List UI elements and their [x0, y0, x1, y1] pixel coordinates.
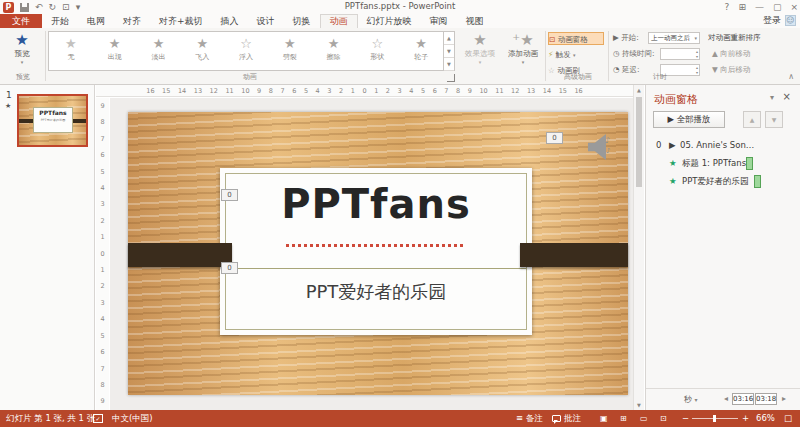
pane-menu-icon[interactable]: ▾ [770, 93, 774, 102]
sign-in[interactable]: 登录 ☺ [763, 14, 796, 27]
timeline-end-value[interactable]: 03:18 [755, 393, 777, 405]
help-icon[interactable]: ? [725, 2, 730, 12]
entrance-star-icon: ★ [669, 173, 677, 190]
subtitle-animation-badge[interactable]: 0 [221, 262, 238, 274]
gallery-scroll-up-icon[interactable]: ▲ [444, 32, 454, 45]
zoom-slider-thumb[interactable] [713, 415, 716, 422]
timeline-right-icon[interactable]: ▸ [782, 394, 786, 403]
thumbnail-subtitle: PPT爱好者的乐园 [36, 118, 70, 122]
gallery-item-fly-in[interactable]: ★ 飞入 [180, 32, 224, 70]
slide-subtitle-text[interactable]: PPT爱好者的乐园 [220, 280, 532, 304]
animation-item-subtitle[interactable]: ★ PPT爱好者的乐园 [646, 173, 800, 190]
tab-slideshow[interactable]: 幻灯片放映 [358, 14, 421, 28]
tab-grid[interactable]: 电网 [78, 14, 114, 28]
normal-view-icon[interactable]: ▣ [600, 410, 608, 427]
tab-file[interactable]: 文件 [0, 14, 42, 28]
duration-clock-icon: ◷ [613, 49, 620, 58]
delay-clock-icon: ◔ [613, 65, 620, 74]
audio-animation-badge[interactable]: 0 [546, 132, 563, 144]
tab-view[interactable]: 视图 [457, 14, 493, 28]
gallery-more-icon[interactable]: ▼ [444, 58, 454, 71]
gallery-item-label: 出现 [108, 53, 122, 61]
gallery-scroll-down-icon[interactable]: ▼ [444, 45, 454, 58]
notes-label: 备注 [526, 413, 543, 423]
group-label-animation: 动画 [230, 72, 270, 82]
comments-icon[interactable] [552, 415, 561, 422]
move-down-button[interactable]: ▼ [765, 111, 783, 128]
notes-button[interactable]: ≡ 备注 [516, 410, 543, 427]
fit-to-window-icon[interactable]: □ [784, 410, 792, 427]
tab-transitions[interactable]: 切换 [284, 14, 320, 28]
add-animation-star-icon: ⁺★ [503, 31, 543, 49]
animation-indicator-icon[interactable]: ★ [5, 102, 11, 110]
zoom-out-icon[interactable]: − [682, 410, 689, 427]
animation-pane-button[interactable]: ⊡ 动画窗格 [548, 32, 604, 45]
slide-thumbnail-panel: 1 ★ PPTfans PPT爱好者的乐园 [0, 85, 95, 410]
scrollbar-thumb[interactable] [636, 97, 642, 187]
start-dropdown[interactable]: 上一动画之后 ▾ [648, 32, 700, 44]
gallery-item-wheel[interactable]: ★ 轮子 [399, 32, 443, 70]
seconds-dropdown[interactable]: 秒 ▾ [684, 394, 698, 405]
effect-options-button[interactable]: ★ 效果选项 ▾ [460, 31, 500, 81]
gallery-item-label: 擦除 [327, 53, 341, 61]
language-indicator[interactable]: 中文(中国) [112, 410, 153, 427]
timing-bar[interactable] [754, 175, 761, 188]
entrance-star-icon: ★ [669, 155, 677, 172]
animation-item-audio[interactable]: 0 ▶ 05. Annie's Son… [646, 137, 800, 154]
slide-title-text[interactable]: PPTfans [220, 182, 532, 226]
gallery-item-shape[interactable]: ☆ 形状 [355, 32, 399, 70]
vertical-scrollbar[interactable]: ▲ ▼ [633, 85, 644, 410]
play-all-button[interactable]: ▶ 全部播放 [653, 111, 725, 128]
move-up-button[interactable]: ▲ [743, 111, 761, 128]
comments-button[interactable]: 批注 [564, 410, 581, 427]
gallery-item-fade[interactable]: ★ 淡出 [137, 32, 181, 70]
scroll-up-icon[interactable]: ▲ [634, 87, 644, 93]
slide[interactable]: 0 ♪ ♪ PPTfans PPT爱好者的乐园 0 0 [128, 112, 628, 395]
animation-item-title[interactable]: ★ 标题 1: PPTfans [646, 155, 800, 172]
zoom-in-icon[interactable]: + [742, 410, 749, 427]
gallery-item-wipe[interactable]: ★ 擦除 [312, 32, 356, 70]
timeline-start-value[interactable]: 03:16 [732, 393, 754, 405]
spellcheck-underline [286, 244, 466, 247]
title-animation-badge[interactable]: 0 [221, 189, 238, 201]
add-animation-button[interactable]: ⁺★ 添加动画 ▾ [503, 31, 543, 81]
slide-sorter-icon[interactable]: ⊞ [620, 410, 627, 427]
zoom-level[interactable]: 66% [756, 410, 775, 427]
collapse-ribbon-icon[interactable]: ∧ [788, 72, 794, 81]
trigger-button[interactable]: ⚡ 触发 ▾ [548, 48, 604, 61]
tab-home[interactable]: 开始 [42, 14, 78, 28]
close-icon[interactable]: × [790, 2, 798, 12]
tab-align[interactable]: 对齐 [114, 14, 150, 28]
title-card[interactable]: PPTfans PPT爱好者的乐园 [220, 168, 532, 335]
timeline-left-icon[interactable]: ◂ [724, 394, 728, 403]
gallery-item-split[interactable]: ★ 劈裂 [268, 32, 312, 70]
minimize-icon[interactable]: — [755, 2, 764, 12]
spell-check-icon[interactable]: ✓ [93, 414, 103, 423]
move-earlier-button[interactable]: ▲ 向前移动 [712, 49, 750, 59]
duration-spinner[interactable] [660, 48, 700, 60]
slide-thumbnail[interactable]: PPTfans PPT爱好者的乐园 [17, 94, 88, 147]
status-bar: 幻灯片 第 1 张, 共 1 张 ✓ 中文(中国) ≡ 备注 批注 ▣ ⊞ ▭ … [0, 410, 800, 427]
move-later-button[interactable]: ▼ 向后移动 [712, 65, 750, 75]
slideshow-view-icon[interactable]: ⊡ [660, 410, 667, 427]
ribbon-display-options-icon[interactable]: ⊞ [738, 2, 746, 12]
animation-dialog-launcher-icon[interactable] [447, 74, 455, 82]
pane-close-icon[interactable]: × [783, 91, 791, 102]
reading-view-icon[interactable]: ▭ [640, 410, 648, 427]
gallery-item-appear[interactable]: ★ 出现 [93, 32, 137, 70]
timing-bar[interactable] [746, 157, 753, 170]
animation-none-icon: ★ [49, 36, 93, 52]
tab-review[interactable]: 审阅 [421, 14, 457, 28]
music-note-icon: ♪ [606, 147, 610, 155]
audio-speaker-icon[interactable]: ♪ ♪ [588, 134, 610, 160]
tab-animations[interactable]: 动画 [320, 14, 358, 28]
tab-design[interactable]: 设计 [248, 14, 284, 28]
gallery-item-float-in[interactable]: ☆ 浮入 [224, 32, 268, 70]
zoom-slider[interactable] [692, 418, 738, 419]
animation-float-in-icon: ☆ [224, 36, 268, 52]
scroll-down-icon[interactable]: ▼ [634, 402, 644, 408]
tab-insert[interactable]: 插入 [212, 14, 248, 28]
restore-icon[interactable]: ▢ [773, 2, 782, 12]
tab-align-crop[interactable]: 对齐+裁切 [150, 14, 212, 28]
gallery-item-none[interactable]: ★ 无 [49, 32, 93, 70]
